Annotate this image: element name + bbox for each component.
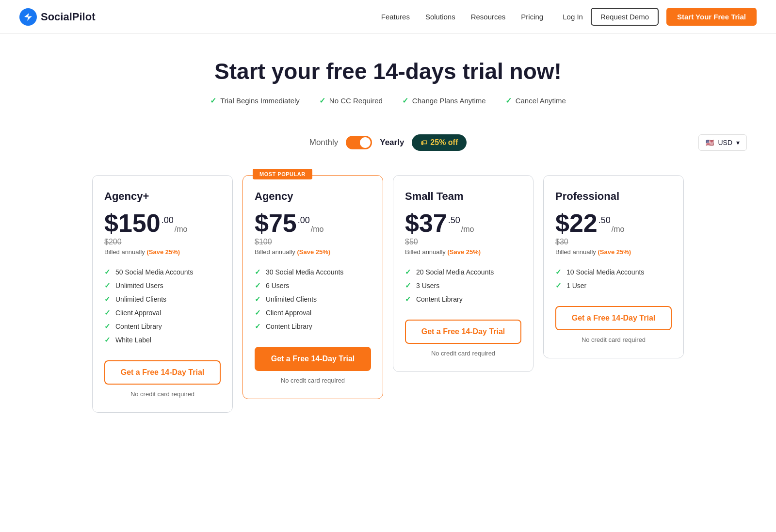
- feature-text: 20 Social Media Accounts: [416, 268, 494, 276]
- cta-button[interactable]: Get a Free 14-Day Trial: [104, 360, 221, 385]
- feature-item: ✓ Client Approval: [255, 306, 371, 320]
- feature-check-icon: ✓: [104, 281, 111, 290]
- feature-text: 1 User: [566, 282, 586, 290]
- badge-trial-text: Trial Begins Immediately: [220, 97, 300, 105]
- feature-item: ✓ Content Library: [104, 320, 221, 333]
- price-billed: Billed annually (Save 25%): [255, 248, 371, 256]
- feature-item: ✓ 50 Social Media Accounts: [104, 265, 221, 279]
- price-dollar: $75: [255, 210, 297, 236]
- nav-link-solutions[interactable]: Solutions: [425, 13, 455, 21]
- no-credit-card-text: No credit card required: [255, 377, 371, 384]
- feature-text: Content Library: [416, 295, 463, 303]
- discount-badge: 25% off: [412, 134, 467, 151]
- feature-check-icon: ✓: [555, 268, 562, 276]
- feature-check-icon: ✓: [555, 281, 562, 290]
- plan-name: Professional: [555, 190, 672, 203]
- discount-text: 25% off: [430, 138, 458, 147]
- price-billed: Billed annually (Save 25%): [555, 248, 672, 256]
- start-trial-button[interactable]: Start Your Free Trial: [666, 8, 757, 26]
- feature-check-icon: ✓: [104, 268, 111, 276]
- billing-toggle[interactable]: [346, 136, 372, 149]
- hero-badges: ✓ Trial Begins Immediately ✓ No CC Requi…: [19, 96, 757, 105]
- badge-cancel: ✓ Cancel Anytime: [505, 96, 566, 105]
- features-list: ✓ 10 Social Media Accounts ✓ 1 User: [555, 265, 672, 292]
- features-list: ✓ 30 Social Media Accounts ✓ 6 Users ✓ U…: [255, 265, 371, 333]
- cta-button[interactable]: Get a Free 14-Day Trial: [255, 347, 371, 371]
- price-period: /mo: [461, 225, 474, 236]
- price-row: $22 .50 /mo: [555, 210, 672, 236]
- currency-selector[interactable]: 🇺🇸 USD ▾: [698, 134, 747, 151]
- feature-check-icon: ✓: [255, 281, 261, 290]
- feature-item: ✓ 10 Social Media Accounts: [555, 265, 672, 279]
- feature-text: Unlimited Users: [115, 282, 163, 290]
- badge-change-text: Change Plans Anytime: [412, 97, 486, 105]
- save-text: (Save 25%): [297, 248, 330, 256]
- price-cents: .00: [298, 210, 310, 226]
- feature-item: ✓ 30 Social Media Accounts: [255, 265, 371, 279]
- nav-links: Features Solutions Resources Pricing: [381, 13, 543, 21]
- chevron-down-icon: ▾: [736, 139, 740, 146]
- price-row: $150 .00 /mo: [104, 210, 221, 236]
- features-list: ✓ 50 Social Media Accounts ✓ Unlimited U…: [104, 265, 221, 347]
- feature-check-icon: ✓: [255, 268, 261, 276]
- feature-check-icon: ✓: [255, 322, 261, 331]
- feature-text: Client Approval: [266, 309, 311, 317]
- price-period: /mo: [311, 225, 324, 236]
- save-text: (Save 25%): [146, 248, 180, 256]
- feature-item: ✓ 3 Users: [405, 279, 521, 292]
- feature-item: ✓ Content Library: [405, 292, 521, 306]
- logo[interactable]: SocialPilot: [19, 8, 95, 26]
- save-text: (Save 25%): [447, 248, 481, 256]
- pricing-card-small-team: Small Team $37 .50 /mo $50 Billed annual…: [393, 175, 534, 372]
- feature-check-icon: ✓: [104, 308, 111, 317]
- cta-button[interactable]: Get a Free 14-Day Trial: [405, 320, 521, 344]
- features-list: ✓ 20 Social Media Accounts ✓ 3 Users ✓ C…: [405, 265, 521, 306]
- nav-link-pricing[interactable]: Pricing: [521, 13, 543, 21]
- feature-text: Unlimited Clients: [266, 295, 317, 303]
- plan-name: Agency+: [104, 190, 221, 203]
- hero-title: Start your free 14-days trial now!: [19, 58, 757, 84]
- price-period: /mo: [612, 225, 625, 236]
- price-original: $50: [405, 238, 521, 246]
- price-original: $200: [104, 238, 221, 246]
- badge-cancel-text: Cancel Anytime: [516, 97, 566, 105]
- hero-section: Start your free 14-days trial now! ✓ Tri…: [0, 34, 776, 115]
- feature-text: Content Library: [266, 322, 312, 330]
- cta-button[interactable]: Get a Free 14-Day Trial: [555, 306, 672, 330]
- feature-item: ✓ Unlimited Clients: [104, 292, 221, 306]
- request-demo-button[interactable]: Request Demo: [591, 8, 659, 26]
- feature-item: ✓ Content Library: [255, 320, 371, 333]
- logo-text: SocialPilot: [41, 11, 95, 23]
- plan-name: Small Team: [405, 190, 521, 203]
- feature-check-icon: ✓: [255, 308, 261, 317]
- no-credit-card-text: No credit card required: [405, 350, 521, 357]
- badge-trial: ✓ Trial Begins Immediately: [210, 96, 300, 105]
- navbar: SocialPilot Features Solutions Resources…: [0, 0, 776, 34]
- toggle-knob: [360, 137, 371, 148]
- feature-check-icon: ✓: [405, 295, 411, 304]
- feature-text: 50 Social Media Accounts: [115, 268, 193, 276]
- check-icon-3: ✓: [402, 96, 408, 105]
- feature-text: 10 Social Media Accounts: [566, 268, 644, 276]
- plan-name: Agency: [255, 190, 371, 203]
- save-text: (Save 25%): [598, 248, 631, 256]
- no-credit-card-text: No credit card required: [104, 390, 221, 398]
- feature-text: Content Library: [115, 322, 162, 330]
- feature-check-icon: ✓: [104, 322, 111, 331]
- billing-toggle-section: Monthly Yearly 25% off 🇺🇸 USD ▾: [0, 115, 776, 161]
- price-billed: Billed annually (Save 25%): [405, 248, 521, 256]
- feature-check-icon: ✓: [405, 268, 411, 276]
- feature-text: Unlimited Clients: [115, 295, 166, 303]
- badge-nocc: ✓ No CC Required: [319, 96, 383, 105]
- price-period: /mo: [175, 225, 188, 236]
- feature-item: ✓ Client Approval: [104, 306, 221, 320]
- feature-text: 30 Social Media Accounts: [266, 268, 343, 276]
- feature-check-icon: ✓: [104, 336, 111, 344]
- feature-item: ✓ Unlimited Users: [104, 279, 221, 292]
- feature-text: Client Approval: [115, 309, 161, 317]
- price-row: $75 .00 /mo: [255, 210, 371, 236]
- nav-link-resources[interactable]: Resources: [471, 13, 506, 21]
- feature-item: ✓ White Label: [104, 333, 221, 347]
- nav-link-features[interactable]: Features: [381, 13, 410, 21]
- login-button[interactable]: Log In: [563, 13, 583, 21]
